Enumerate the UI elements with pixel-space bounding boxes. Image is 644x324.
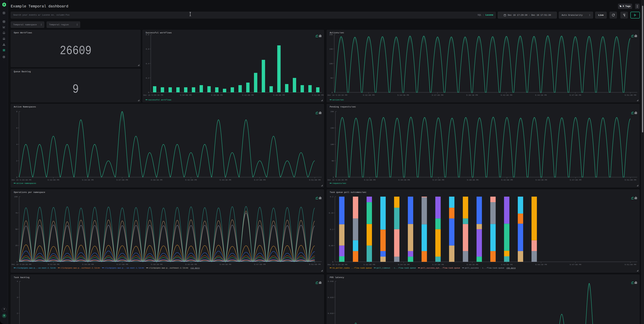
svg-text:5:51:00 PM: 5:51:00 PM	[624, 264, 636, 266]
svg-text:0.2: 0.2	[330, 196, 334, 198]
svg-text:5:42:00 PM: 5:42:00 PM	[185, 179, 197, 181]
svg-text:poll_success · c..-flow-task-q: poll_success · c..-flow-task-queue	[465, 267, 504, 269]
svg-text:Dec 16 5:29:30 PM: Dec 16 5:29:30 PM	[328, 264, 347, 266]
svg-text:0.1: 0.1	[330, 228, 334, 231]
svg-text:0.038: 0.038	[328, 280, 334, 283]
svg-text:200: 200	[329, 33, 333, 36]
svg-text:100: 100	[14, 196, 18, 198]
svg-text:successful workflows: successful workflows	[148, 99, 172, 101]
svg-text:5:39:30 PM: 5:39:30 PM	[151, 263, 162, 266]
svg-text:0.029: 0.029	[328, 296, 334, 299]
svg-text:5:37:00 PM: 5:37:00 PM	[116, 263, 128, 266]
svg-text:requests/sec: requests/sec	[332, 182, 346, 184]
svg-text:clickpipes-aws-p..outheast-2.l: clickpipes-aws-p..outheast-2.l2c4n	[149, 267, 188, 269]
svg-text:6: 6	[16, 127, 18, 129]
svg-text:2: 2	[16, 160, 18, 162]
svg-text:5:37:00 PM: 5:37:00 PM	[432, 94, 443, 96]
svg-text:5:32:00 PM: 5:32:00 PM	[48, 263, 59, 266]
svg-text:+12 more: +12 more	[190, 267, 200, 269]
svg-text:5:37:00 PM: 5:37:00 PM	[432, 264, 444, 266]
svg-text:5:37:00 PM: 5:37:00 PM	[116, 179, 128, 181]
svg-text:0.8: 0.8	[146, 33, 149, 36]
svg-text:5:51:00 PM: 5:51:00 PM	[309, 263, 320, 266]
svg-text:5:51:00 PM: 5:51:00 PM	[312, 94, 324, 96]
svg-text:3: 3	[17, 296, 18, 299]
svg-text:5:39:30 PM: 5:39:30 PM	[466, 94, 478, 96]
svg-text:0.019: 0.019	[328, 312, 334, 315]
svg-text:clickpipes-aws-p..-us-east-2.l: clickpipes-aws-p..-us-east-2.l2c4n	[16, 267, 56, 269]
svg-text:8: 8	[16, 110, 18, 113]
svg-text:50: 50	[15, 228, 18, 230]
svg-text:0: 0	[332, 91, 333, 93]
svg-text:150: 150	[329, 48, 333, 50]
svg-text:Dec 16 5:29:30 PM: Dec 16 5:29:30 PM	[12, 263, 31, 266]
svg-text:5:39:30 PM: 5:39:30 PM	[467, 179, 478, 181]
svg-text:clickpipes-aws-p..outheast-2.l: clickpipes-aws-p..outheast-2.l2c4n	[60, 267, 100, 269]
svg-text:50: 50	[330, 77, 333, 79]
svg-text:5:42:00 PM: 5:42:00 PM	[185, 263, 197, 266]
svg-text:action/sec: action/sec	[332, 99, 344, 101]
svg-text:5:42:00 PM: 5:42:00 PM	[501, 264, 512, 266]
svg-text:5:42:00 PM: 5:42:00 PM	[242, 94, 254, 96]
svg-text:5:32:00 PM: 5:32:00 PM	[364, 264, 375, 266]
svg-text:0: 0	[333, 176, 334, 178]
svg-text:0.05: 0.05	[329, 245, 334, 247]
svg-text:5:51:00 PM: 5:51:00 PM	[625, 179, 636, 181]
svg-text:5:39:30 PM: 5:39:30 PM	[466, 264, 478, 266]
svg-text:5:34:00 PM: 5:34:00 PM	[180, 94, 192, 96]
svg-text:5:37:00 PM: 5:37:00 PM	[432, 179, 444, 181]
svg-text:Dec 16 5:29:30 PM: Dec 16 5:29:30 PM	[328, 94, 347, 96]
svg-text:Dec 16 5:29:30 PM: Dec 16 5:29:30 PM	[328, 179, 347, 181]
svg-text:4: 4	[17, 280, 18, 283]
svg-text:0.6: 0.6	[146, 48, 149, 50]
svg-text:0: 0	[332, 261, 334, 263]
svg-text:active namespaces: active namespaces	[16, 182, 36, 184]
svg-text:25: 25	[15, 244, 18, 247]
svg-text:10K: 10K	[330, 143, 334, 145]
svg-text:5:47:00 PM: 5:47:00 PM	[570, 94, 581, 96]
svg-text:5:44:30 PM: 5:44:30 PM	[535, 264, 547, 266]
svg-text:5:42:00 PM: 5:42:00 PM	[501, 179, 513, 181]
svg-text:5:46:00 PM: 5:46:00 PM	[273, 94, 285, 96]
svg-text:5:51:00 PM: 5:51:00 PM	[624, 94, 636, 96]
svg-text:100: 100	[329, 62, 333, 65]
svg-text:Dec 16 5:29:30 PM: Dec 16 5:29:30 PM	[144, 94, 163, 96]
svg-text:5:32:00 PM: 5:32:00 PM	[363, 94, 374, 96]
svg-text:75: 75	[15, 212, 18, 214]
svg-text:5:44:30 PM: 5:44:30 PM	[220, 179, 231, 181]
svg-text:+56 more: +56 more	[506, 267, 516, 269]
svg-text:5:34:30 PM: 5:34:30 PM	[82, 263, 94, 266]
svg-text:5:39:30 PM: 5:39:30 PM	[151, 179, 162, 181]
svg-text:5:47:00 PM: 5:47:00 PM	[254, 179, 266, 181]
svg-text:no_poller_tasks ..-flow-task-q: no_poller_tasks ..-flow-task-queue	[332, 267, 372, 269]
svg-text:5:34:30 PM: 5:34:30 PM	[397, 94, 409, 96]
svg-text:5:44:30 PM: 5:44:30 PM	[536, 179, 547, 181]
svg-text:Dec 16 5:29:30 PM: Dec 16 5:29:30 PM	[12, 179, 31, 181]
svg-text:0: 0	[148, 91, 149, 93]
svg-text:5:47:00 PM: 5:47:00 PM	[570, 264, 581, 266]
svg-text:5K: 5K	[332, 160, 334, 162]
svg-text:5:42:00 PM: 5:42:00 PM	[500, 94, 512, 96]
svg-text:15K: 15K	[330, 127, 334, 129]
svg-text:4: 4	[16, 143, 18, 145]
svg-text:2: 2	[17, 312, 18, 315]
svg-text:5:32:00 PM: 5:32:00 PM	[364, 179, 376, 181]
svg-text:5:34:30 PM: 5:34:30 PM	[398, 179, 410, 181]
svg-text:0: 0	[16, 176, 18, 178]
svg-text:5:44:30 PM: 5:44:30 PM	[220, 263, 231, 266]
svg-text:clickpipes-aws-p..-us-east-1.l: clickpipes-aws-p..-us-east-1.l2c4n	[105, 267, 144, 269]
svg-text:5:34:30 PM: 5:34:30 PM	[398, 264, 410, 266]
svg-text:5:38:00 PM: 5:38:00 PM	[211, 94, 222, 96]
svg-text:poll_success_syn..-flow-task-q: poll_success_syn..-flow-task-queue	[421, 267, 460, 269]
svg-text:5:32:00 PM: 5:32:00 PM	[48, 179, 59, 181]
svg-text:5:47:00 PM: 5:47:00 PM	[254, 263, 266, 266]
svg-text:0.2: 0.2	[146, 77, 149, 79]
svg-text:5:44:30 PM: 5:44:30 PM	[535, 94, 546, 96]
svg-text:poll_timeout · c..-flow-task-q: poll_timeout · c..-flow-task-queue	[376, 267, 416, 269]
svg-text:20K: 20K	[330, 110, 334, 113]
svg-text:5:34:30 PM: 5:34:30 PM	[82, 179, 94, 181]
svg-text:0.4: 0.4	[146, 62, 149, 65]
svg-text:0.15: 0.15	[329, 212, 334, 214]
svg-text:0: 0	[16, 261, 18, 263]
svg-text:5:47:00 PM: 5:47:00 PM	[570, 179, 581, 181]
